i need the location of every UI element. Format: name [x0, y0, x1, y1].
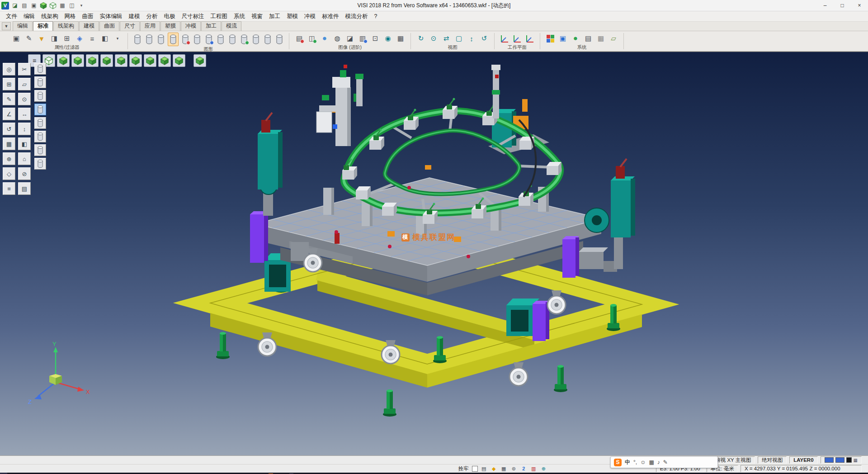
save-file-icon[interactable]: ▣ [30, 1, 38, 9]
view-iso2-icon[interactable] [158, 54, 171, 67]
grid-settings-icon[interactable]: ▦ [595, 33, 606, 44]
grid-snap-icon[interactable]: ⊞ [3, 78, 15, 90]
menu-item-machining[interactable]: 加工 [266, 12, 283, 21]
open-file-icon[interactable]: ▤ [20, 1, 28, 9]
view-right-icon[interactable] [129, 54, 142, 67]
plane-tool-3-icon[interactable] [34, 90, 46, 102]
ime-keyboard-icon[interactable]: ▦ [649, 459, 654, 465]
menu-item-wireframe[interactable]: 线架构 [38, 12, 61, 21]
mask-icon[interactable]: ◧ [99, 33, 110, 44]
add-entity-icon[interactable]: ⊕ [3, 152, 15, 165]
minimize-button[interactable]: – [816, 0, 834, 11]
attribute-paint-icon[interactable]: ✎ [24, 33, 34, 44]
plane-tool-7-icon[interactable] [34, 144, 46, 156]
horizontal-snap-icon[interactable]: ↔ [18, 108, 31, 120]
attribute-picker-icon[interactable]: ▣ [11, 33, 22, 44]
transparent-display-icon[interactable] [180, 33, 190, 46]
view-back-icon[interactable] [100, 54, 113, 67]
shadow-icon[interactable]: ◪ [344, 33, 355, 44]
menu-item-edit[interactable]: 编辑 [20, 12, 38, 21]
gear-icon[interactable]: ⊚ [510, 465, 518, 472]
view-front-icon[interactable] [86, 54, 99, 67]
ime-mic-icon[interactable]: ♪ [657, 459, 660, 465]
tab-die[interactable]: 冲模 [181, 21, 201, 31]
menu-item-mold[interactable]: 塑模 [283, 12, 301, 21]
previous-view-icon[interactable]: ↺ [479, 33, 490, 44]
plane-settings-icon[interactable]: ▱ [608, 33, 619, 44]
workplane-align-icon[interactable] [512, 33, 523, 44]
layer-filter-icon[interactable]: ⊞ [61, 33, 72, 44]
menu-item-drafting[interactable]: 工程图 [208, 12, 231, 21]
maximize-button[interactable]: □ [834, 0, 851, 11]
ime-punct-icon[interactable]: °, [633, 459, 637, 465]
layers-quick-icon[interactable]: ◫ [68, 1, 76, 9]
tab-apply[interactable]: 应用 [140, 21, 160, 31]
visi-app-icon[interactable]: V [1, 2, 9, 9]
sphere-render-icon[interactable]: ● [319, 33, 330, 44]
background-icon[interactable]: ▥ [357, 33, 368, 44]
active-layer-cell[interactable]: LAYER0 [789, 456, 817, 464]
curvature-display-icon[interactable] [216, 33, 226, 46]
menu-item-file[interactable]: 文件 [3, 12, 20, 21]
snapshot-icon[interactable]: ⊡ [370, 33, 381, 44]
rotate-view-icon[interactable]: ↻ [415, 33, 426, 44]
workplane-reset-icon[interactable] [524, 33, 535, 44]
ime-settings-icon[interactable]: ✎ [663, 459, 668, 465]
menu-item-moldflow[interactable]: 模流分析 [342, 12, 371, 21]
undo-view-icon[interactable]: ↺ [3, 123, 15, 135]
ime-emoji-icon[interactable]: ☺ [640, 459, 646, 465]
tab-flow[interactable]: 模流 [222, 21, 241, 31]
view-top-icon[interactable] [57, 54, 70, 67]
snap-status-icon[interactable]: ◆ [490, 465, 498, 472]
layer-grid-icon[interactable]: ▦ [854, 458, 858, 463]
layer-panel-icon[interactable]: ▤ [18, 182, 31, 195]
view-mode-cell[interactable]: 绝对视图 [758, 456, 787, 464]
section-display-icon[interactable] [192, 33, 202, 46]
layer-color-swatch[interactable] [846, 457, 852, 463]
notes-icon[interactable]: ▥ [530, 465, 538, 472]
texture-icon[interactable]: ▤ [294, 33, 305, 44]
view-cube-icon[interactable] [39, 1, 47, 9]
filter-dropdown-icon[interactable]: ▾ [112, 33, 123, 44]
viewport-3d[interactable]: ≡ ◎ ✂ ⊞ ▱ ✎ ⊙ ∠ ↔ ↺ ↕ ▦ ◧ ⊕ [0, 52, 868, 455]
tab-standard[interactable]: 标准 [33, 21, 53, 31]
exclude-icon[interactable]: ⊘ [18, 167, 31, 180]
render-display-icon[interactable] [274, 33, 284, 46]
close-button[interactable]: × [851, 0, 868, 11]
plane-tool-8-icon[interactable] [34, 158, 46, 170]
layer-color-swatch[interactable] [825, 457, 834, 463]
layers-status-icon[interactable]: ▤ [480, 465, 488, 472]
light-icon[interactable]: ◍ [332, 33, 343, 44]
zoom-extent-icon[interactable]: ⊙ [428, 33, 439, 44]
plane-tool-1-icon[interactable] [34, 63, 46, 75]
mesh-display-icon[interactable]: ▦ [3, 137, 15, 150]
checking-fixture-model[interactable]: Y X Z [0, 52, 868, 455]
angle-snap-icon[interactable]: ∠ [3, 108, 15, 120]
ime-lang-toggle[interactable]: 中 [625, 459, 630, 466]
grid-toggle-icon[interactable]: ▦ [58, 1, 66, 9]
vertical-snap-icon[interactable]: ↕ [18, 123, 31, 135]
plane-tool-2-icon[interactable] [34, 76, 46, 88]
mode-2d-icon[interactable]: 2 [520, 465, 528, 472]
silhouette-display-icon[interactable] [263, 33, 273, 46]
shade-mode-icon[interactable] [49, 1, 57, 9]
menu-item-window[interactable]: 视窗 [248, 12, 266, 21]
tab-modeling[interactable]: 建模 [79, 21, 99, 31]
menu-item-modeling[interactable]: 建模 [126, 12, 143, 21]
center-snap-icon[interactable]: ⊙ [18, 93, 31, 105]
qat-dropdown-icon[interactable]: ▾ [77, 1, 85, 9]
plane-tool-6-icon[interactable] [34, 131, 46, 142]
plus-tool-icon[interactable]: ⊕ [540, 465, 547, 472]
menu-item-system[interactable]: 系统 [231, 12, 248, 21]
sketch-tool-icon[interactable]: ✎ [3, 93, 15, 105]
view-iso-icon[interactable] [144, 54, 156, 67]
env-map-icon[interactable]: ◉ [382, 33, 393, 44]
menu-item-solid-edit[interactable]: 实体编辑 [97, 12, 126, 21]
menu-item-electrode[interactable]: 电极 [161, 12, 179, 21]
filter-icon[interactable]: ▼ [36, 33, 47, 44]
tab-dropdown-icon[interactable]: ▼ [2, 22, 11, 30]
render-sphere-icon[interactable]: ● [570, 33, 581, 44]
zoom-in-out-icon[interactable]: ↕ [466, 33, 477, 44]
shaded-edges-display-icon[interactable] [168, 33, 179, 46]
draft-display-icon[interactable] [204, 33, 214, 46]
